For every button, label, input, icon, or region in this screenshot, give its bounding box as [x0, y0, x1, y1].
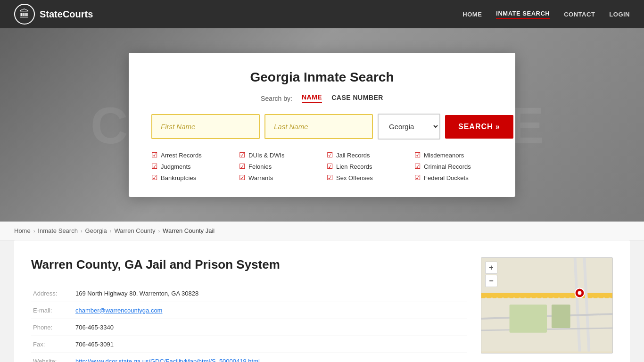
content-card: Warren County, GA Jail and Prison System… — [14, 240, 630, 362]
feature-label: Felonies — [248, 163, 272, 170]
main-content: Warren County, GA Jail and Prison System… — [0, 240, 644, 362]
feature-warrants: ☑ Warrants — [239, 173, 317, 182]
feature-label: Misdemeanors — [424, 152, 464, 159]
content-card-inner: Warren County, GA Jail and Prison System… — [31, 257, 613, 362]
email-label: E-mail: — [31, 302, 74, 319]
feature-duis-dwis: ☑ DUIs & DWIs — [239, 151, 317, 159]
map-zoom-out-button[interactable]: − — [485, 275, 497, 287]
tab-name[interactable]: NAME — [302, 93, 322, 103]
svg-point-10 — [578, 291, 582, 295]
address-value: 169 North Highway 80, Warrenton, GA 3082… — [74, 285, 467, 302]
navbar-links: HOME INMATE SEARCH CONTACT LOGIN — [462, 10, 630, 19]
breadcrumb-inmate-search[interactable]: Inmate Search — [38, 227, 78, 234]
tab-case-number[interactable]: CASE NUMBER — [331, 94, 383, 103]
feature-label: Criminal Records — [424, 163, 471, 170]
check-icon: ☑ — [327, 173, 333, 182]
feature-label: Judgments — [161, 163, 191, 170]
feature-jail-records: ☑ Jail Records — [327, 151, 405, 159]
feature-arrest-records: ☑ Arrest Records — [151, 151, 230, 159]
map-svg — [481, 258, 612, 352]
search-fields-row: Georgia Alabama Florida Tennessee SEARCH… — [151, 114, 493, 140]
svg-rect-8 — [552, 304, 570, 328]
feature-bankruptcies: ☑ Bankruptcies — [151, 173, 230, 182]
feature-sex-offenses: ☑ Sex Offenses — [327, 173, 405, 182]
breadcrumb-sep-4: › — [158, 228, 160, 234]
brand-logo-icon: 🏛 — [14, 4, 35, 25]
info-table: Address: 169 North Highway 80, Warrenton… — [31, 285, 467, 362]
feature-lien-records: ☑ Lien Records — [327, 162, 405, 171]
breadcrumb-sep-3: › — [110, 228, 112, 234]
svg-rect-0 — [481, 258, 612, 352]
map-zoom-in-button[interactable]: + — [485, 262, 497, 274]
feature-label: Warrants — [248, 174, 273, 181]
nav-inmate-search[interactable]: INMATE SEARCH — [496, 10, 550, 19]
check-icon: ☑ — [327, 162, 333, 171]
feature-misdemeanors: ☑ Misdemeanors — [414, 151, 493, 159]
feature-label: Sex Offenses — [336, 174, 373, 181]
map-controls: + − — [485, 262, 497, 287]
website-row: Website: http://www.dcor.state.ga.us/GDC… — [31, 353, 467, 362]
address-label: Address: — [31, 285, 74, 302]
feature-felonies: ☑ Felonies — [239, 162, 317, 171]
feature-label: Federal Dockets — [424, 174, 469, 181]
hero-section: COURTHOUSE Georgia Inmate Search Search … — [0, 28, 644, 222]
website-link[interactable]: http://www.dcor.state.ga.us/GDC/Facility… — [75, 358, 260, 362]
breadcrumb-sep-2: › — [81, 228, 83, 234]
check-icon: ☑ — [151, 151, 157, 159]
feature-label: Jail Records — [336, 152, 370, 159]
check-icon: ☑ — [414, 162, 421, 171]
breadcrumb-current: Warren County Jail — [163, 227, 215, 234]
nav-login[interactable]: LOGIN — [609, 11, 630, 18]
breadcrumb-home[interactable]: Home — [14, 227, 31, 234]
email-row: E-mail: chamber@warrencountyga.com — [31, 302, 467, 319]
map-container: + − — [481, 257, 613, 354]
svg-rect-7 — [510, 304, 547, 333]
website-value: http://www.dcor.state.ga.us/GDC/Facility… — [74, 353, 467, 362]
breadcrumb-warren-county[interactable]: Warren County — [115, 227, 156, 234]
brand-link[interactable]: 🏛 StateCourts — [14, 4, 93, 25]
fax-label: Fax: — [31, 336, 74, 353]
feature-label: DUIs & DWIs — [248, 152, 285, 159]
feature-label: Bankruptcies — [161, 174, 196, 181]
nav-home[interactable]: HOME — [462, 11, 482, 18]
breadcrumb-georgia[interactable]: Georgia — [85, 227, 107, 234]
check-icon: ☑ — [239, 173, 245, 182]
search-by-label: Search by: — [261, 95, 292, 102]
website-label: Website: — [31, 353, 74, 362]
phone-row: Phone: 706-465-3340 — [31, 319, 467, 336]
breadcrumb-sep-1: › — [33, 228, 35, 234]
check-icon: ☑ — [151, 162, 157, 171]
feature-label: Lien Records — [336, 163, 372, 170]
feature-judgments: ☑ Judgments — [151, 162, 230, 171]
address-row: Address: 169 North Highway 80, Warrenton… — [31, 285, 467, 302]
phone-label: Phone: — [31, 319, 74, 336]
check-icon: ☑ — [414, 151, 421, 159]
state-select[interactable]: Georgia Alabama Florida Tennessee — [378, 114, 440, 140]
feature-criminal-records: ☑ Criminal Records — [414, 162, 493, 171]
facility-title: Warren County, GA Jail and Prison System — [31, 257, 467, 272]
nav-contact[interactable]: CONTACT — [564, 11, 595, 18]
fax-row: Fax: 706-465-3091 — [31, 336, 467, 353]
check-icon: ☑ — [414, 173, 421, 182]
fax-value: 706-465-3091 — [74, 336, 467, 353]
breadcrumb: Home › Inmate Search › Georgia › Warren … — [0, 222, 644, 240]
check-icon: ☑ — [327, 151, 333, 159]
check-icon: ☑ — [239, 162, 245, 171]
features-grid: ☑ Arrest Records ☑ DUIs & DWIs ☑ Jail Re… — [151, 151, 493, 182]
brand-name: StateCourts — [40, 9, 93, 20]
search-by-row: Search by: NAME CASE NUMBER — [151, 93, 493, 103]
first-name-input[interactable] — [151, 114, 260, 139]
search-card: Georgia Inmate Search Search by: NAME CA… — [129, 53, 515, 197]
facility-info: Warren County, GA Jail and Prison System… — [31, 257, 467, 362]
search-card-title: Georgia Inmate Search — [151, 70, 493, 85]
email-value: chamber@warrencountyga.com — [74, 302, 467, 319]
feature-label: Arrest Records — [161, 152, 202, 159]
check-icon: ☑ — [239, 151, 245, 159]
navbar: 🏛 StateCourts HOME INMATE SEARCH CONTACT… — [0, 0, 644, 28]
email-link[interactable]: chamber@warrencountyga.com — [75, 307, 162, 314]
phone-value: 706-465-3340 — [74, 319, 467, 336]
last-name-input[interactable] — [264, 114, 373, 139]
search-button[interactable]: SEARCH » — [445, 115, 513, 139]
feature-federal-dockets: ☑ Federal Dockets — [414, 173, 493, 182]
check-icon: ☑ — [151, 173, 157, 182]
